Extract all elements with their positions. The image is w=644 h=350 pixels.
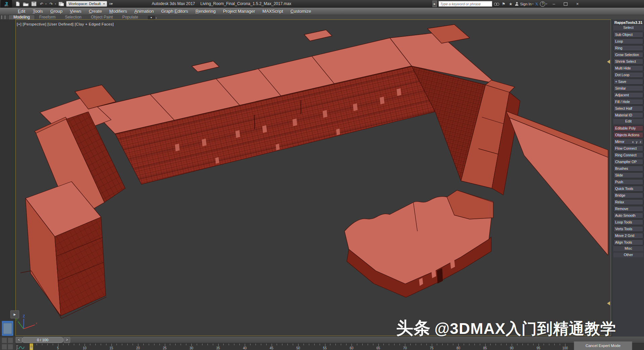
ruler-tick bbox=[181, 344, 181, 345]
open-file-icon[interactable] bbox=[23, 1, 29, 6]
rappatools-button-multi-hide[interactable]: Multi Hide bbox=[613, 65, 643, 71]
menu-item-edit[interactable]: Edit bbox=[14, 9, 29, 14]
close-button[interactable]: × bbox=[572, 1, 583, 7]
viewport-label[interactable]: [+] [Perspective] [User Defined] [Clay +… bbox=[17, 22, 114, 26]
help-icon[interactable]: ? bbox=[540, 1, 545, 7]
workspace-dropdown[interactable]: Workspace: Default ▾ bbox=[66, 1, 107, 7]
previous-frame-button[interactable]: < bbox=[16, 337, 22, 343]
rappatools-button-brushes[interactable]: Brushes bbox=[613, 166, 643, 171]
menu-item-create[interactable]: Create bbox=[85, 9, 105, 14]
save-icon[interactable] bbox=[31, 1, 37, 6]
rappatools-button-adjacent[interactable]: Adjacent bbox=[613, 92, 643, 98]
rappatools-button-objects-actions[interactable]: Objects Actions bbox=[613, 132, 643, 138]
exchange-apps-icon[interactable]: X bbox=[535, 1, 538, 7]
rappatools-panel: RappaTools3.31 SelectSub ObjectLoopRingG… bbox=[612, 19, 644, 337]
menu-item-project-manager[interactable]: Project Manager bbox=[219, 9, 259, 14]
rappatools-button-shrink-select[interactable]: Shrink Select bbox=[613, 59, 643, 64]
menu-item-group[interactable]: Group bbox=[47, 9, 66, 14]
menu-item-views[interactable]: Views bbox=[66, 9, 85, 14]
redo-icon[interactable]: ↷ bbox=[49, 2, 54, 6]
sign-in-dropdown-icon[interactable]: ▾ bbox=[532, 3, 534, 5]
ribbon-tab-populate[interactable]: Populate bbox=[118, 15, 143, 19]
ruler-tick bbox=[325, 344, 325, 346]
search-toggle-icon[interactable]: ▶ bbox=[432, 1, 437, 7]
panel-collapse-arrow-icon[interactable] bbox=[607, 60, 610, 64]
menu-item-rendering[interactable]: Rendering bbox=[192, 9, 219, 14]
ribbon-tab-modeling[interactable]: Modeling bbox=[9, 15, 35, 19]
rappatools-button-ring-connect[interactable]: Ring Connect bbox=[613, 152, 643, 158]
new-file-icon[interactable] bbox=[15, 1, 21, 6]
rappatools-button-loop[interactable]: Loop bbox=[613, 39, 643, 44]
ribbon-tab-object-paint[interactable]: Object Paint bbox=[86, 15, 118, 19]
help-dropdown-icon[interactable]: ▾ bbox=[546, 3, 547, 5]
ribbon-drag-handle[interactable] bbox=[1, 15, 5, 19]
rappatools-section-other[interactable]: Other bbox=[613, 253, 643, 257]
rappatools-section-misc[interactable]: Misc bbox=[613, 246, 643, 251]
undo-icon[interactable]: ↶ bbox=[39, 2, 44, 6]
rappatools-button-push[interactable]: Push bbox=[613, 179, 643, 185]
restore-button[interactable] bbox=[561, 1, 571, 7]
menu-item-customize[interactable]: Customize bbox=[287, 9, 315, 14]
rappatools-button-flow-connect[interactable]: Flow Connect bbox=[613, 146, 643, 151]
rappatools-section-select[interactable]: Select bbox=[613, 26, 643, 30]
rappatools-button-grow-selection[interactable]: Grow Selection bbox=[613, 52, 643, 58]
menu-item-maxscript[interactable]: MAXScript bbox=[259, 9, 287, 14]
favorites-star-icon[interactable]: ★ bbox=[508, 2, 513, 6]
rappatools-button-relax[interactable]: Relax bbox=[613, 199, 643, 205]
show-panel-arrow-button[interactable]: ▶ bbox=[10, 310, 19, 318]
menu-item-graph-editors[interactable]: Graph Editors bbox=[157, 9, 192, 14]
rappatools-button-remove[interactable]: Remove bbox=[613, 206, 643, 212]
rappatools-button-align-tools[interactable]: Align Tools bbox=[613, 240, 643, 245]
ribbon-minimize-caret-icon[interactable]: ▾ bbox=[156, 17, 157, 19]
project-folder-icon[interactable] bbox=[58, 1, 64, 6]
rappatools-button-move-2-grid[interactable]: Move 2 Grid bbox=[613, 233, 643, 239]
rappatools-button-fill-hole[interactable]: Fill / Hole bbox=[613, 99, 643, 105]
rappatools-button-ring[interactable]: Ring bbox=[613, 45, 643, 51]
menu-item-animation[interactable]: Animation bbox=[131, 9, 157, 14]
menu-item-modifiers[interactable]: Modifiers bbox=[105, 9, 131, 14]
viewport-layout-grid-icon[interactable] bbox=[2, 338, 13, 350]
viewport-3d-scene[interactable] bbox=[15, 19, 611, 336]
rappatools-button-similar[interactable]: Similar bbox=[613, 86, 643, 91]
minimize-button[interactable]: – bbox=[549, 1, 559, 7]
ruler-tick bbox=[554, 344, 555, 345]
timeline-ruler[interactable]: 0 05101520253035404550556065707580859095… bbox=[15, 343, 644, 350]
rappatools-mirror-axes[interactable]: x y z bbox=[632, 139, 642, 144]
menu-item-tools[interactable]: Tools bbox=[29, 9, 46, 14]
ribbon-tab-freeform[interactable]: Freeform bbox=[35, 15, 60, 19]
rappatools-button-slide[interactable]: Slide bbox=[613, 172, 643, 178]
toolbar-overflow-icon[interactable]: ≡▾ bbox=[109, 2, 112, 6]
rappatools-button-loop-tools[interactable]: Loop Tools bbox=[613, 219, 643, 225]
search-icon[interactable] bbox=[494, 2, 499, 6]
search-input[interactable] bbox=[439, 1, 492, 7]
communication-center-icon[interactable]: ⚑ bbox=[501, 2, 506, 6]
rappatools-button-bridge[interactable]: Bridge bbox=[613, 193, 643, 198]
ribbon-minimize-icon[interactable]: ▼ bbox=[148, 16, 155, 19]
rappatools-button-auto-smooth[interactable]: Auto Smooth bbox=[613, 213, 643, 218]
app-logo-3dsmax-icon[interactable]: 3MAX bbox=[1, 0, 12, 8]
ruler-tick bbox=[544, 344, 544, 345]
next-frame-button[interactable]: > bbox=[64, 337, 70, 343]
perspective-viewport[interactable] bbox=[15, 19, 611, 336]
rappatools-button-editable-poly[interactable]: Editable Poly bbox=[613, 126, 643, 131]
undo-dropdown-icon[interactable]: ▾ bbox=[45, 3, 47, 5]
rappatools-button-champfer-op[interactable]: Champfer OP bbox=[613, 159, 643, 165]
panel-collapse-arrow-icon[interactable] bbox=[607, 301, 610, 305]
rappatools-button-quick-tools[interactable]: Quick Tools bbox=[613, 186, 643, 192]
cancel-expert-mode-button[interactable]: Cancel Expert Mode bbox=[574, 341, 632, 350]
mini-curve-editor-icon[interactable] bbox=[16, 345, 25, 350]
sign-in-button[interactable]: Sign In bbox=[520, 2, 532, 6]
ribbon-tab-selection[interactable]: Selection bbox=[60, 15, 86, 19]
rappatools-button-sub-object[interactable]: Sub Object bbox=[613, 32, 643, 38]
rappatools-section-edit[interactable]: Edit bbox=[613, 119, 643, 124]
redo-dropdown-icon[interactable]: ▾ bbox=[55, 3, 56, 5]
viewport-layout-tab-active[interactable] bbox=[2, 321, 13, 336]
time-slider-field[interactable]: 0 / 100 bbox=[22, 337, 63, 343]
rappatools-button-save[interactable]: + Save bbox=[613, 79, 643, 85]
sign-in-user-icon[interactable] bbox=[515, 2, 518, 6]
rappatools-button-material-id[interactable]: Material ID bbox=[613, 112, 643, 118]
rappatools-button-select-half[interactable]: Select Half bbox=[613, 106, 643, 111]
rappatools-button-dot-loop[interactable]: Dot Loop bbox=[613, 72, 643, 78]
rappatools-button-verts-tools[interactable]: Verts Tools bbox=[613, 226, 643, 232]
rappatools-button-mirror[interactable]: Mirrorx y z bbox=[613, 139, 643, 145]
